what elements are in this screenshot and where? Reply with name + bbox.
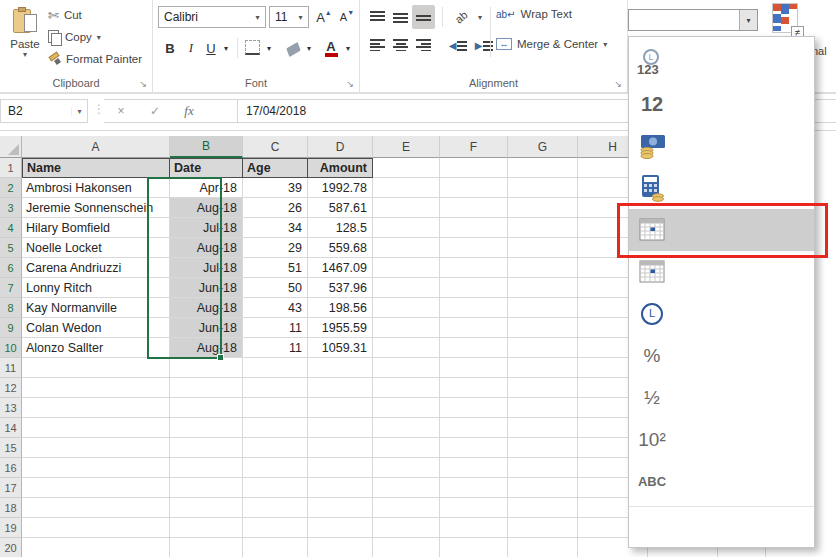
cell[interactable]: Aug-18 (170, 198, 243, 218)
row-header-17[interactable]: 17 (0, 478, 22, 498)
cell[interactable]: Aug-18 (170, 298, 243, 318)
cell[interactable] (508, 518, 578, 538)
column-header-F[interactable]: F (440, 136, 508, 158)
name-box-caret-icon[interactable]: ▾ (71, 107, 87, 116)
cell[interactable]: Kay Normanville (22, 298, 170, 318)
cell[interactable]: 128.5 (308, 218, 373, 238)
cell[interactable] (373, 398, 440, 418)
column-header-G[interactable]: G (508, 136, 578, 158)
cell[interactable] (243, 538, 308, 557)
cell[interactable] (440, 258, 508, 278)
cell[interactable] (170, 518, 243, 538)
cell[interactable]: 43 (243, 298, 308, 318)
cell[interactable] (170, 378, 243, 398)
cell[interactable]: Jun-18 (170, 318, 243, 338)
row-header-16[interactable]: 16 (0, 458, 22, 478)
cell[interactable]: Aug-18 (170, 238, 243, 258)
cell[interactable] (508, 378, 578, 398)
cell[interactable]: 559.68 (308, 238, 373, 258)
cell[interactable]: 198.56 (308, 298, 373, 318)
cell[interactable]: Alonzo Sallter (22, 338, 170, 358)
cut-button[interactable]: ✄ Cut (48, 5, 82, 25)
cell[interactable] (373, 258, 440, 278)
number-format-combo[interactable]: ▾ (628, 9, 758, 31)
cell[interactable] (373, 438, 440, 458)
row-header-1[interactable]: 1 (0, 158, 22, 178)
cell[interactable] (373, 518, 440, 538)
cell[interactable] (508, 498, 578, 518)
cell[interactable] (373, 538, 440, 557)
cell[interactable] (170, 538, 243, 557)
format-option-accounting[interactable] (629, 167, 814, 209)
cell[interactable] (508, 318, 578, 338)
cell[interactable] (22, 458, 170, 478)
cell[interactable] (373, 278, 440, 298)
cell[interactable] (508, 358, 578, 378)
cell[interactable] (508, 258, 578, 278)
cell[interactable] (508, 538, 578, 557)
row-header-4[interactable]: 4 (0, 218, 22, 238)
cell[interactable] (243, 498, 308, 518)
cell[interactable] (243, 398, 308, 418)
column-header-C[interactable]: C (243, 136, 308, 158)
underline-button[interactable]: U (202, 36, 220, 60)
cell[interactable]: 29 (243, 238, 308, 258)
cell[interactable]: Lonny Ritch (22, 278, 170, 298)
cell[interactable] (508, 238, 578, 258)
cell[interactable] (508, 338, 578, 358)
row-header-11[interactable]: 11 (0, 358, 22, 378)
row-header-19[interactable]: 19 (0, 518, 22, 538)
fill-color-caret-icon[interactable]: ▾ (303, 36, 315, 60)
cell[interactable] (440, 338, 508, 358)
cell[interactable] (440, 158, 508, 178)
cell[interactable] (373, 338, 440, 358)
select-all-button[interactable] (0, 136, 22, 158)
cell[interactable] (440, 318, 508, 338)
row-header-8[interactable]: 8 (0, 298, 22, 318)
increase-indent-button[interactable]: ▶ (472, 33, 496, 57)
format-option-percentage[interactable]: % (629, 335, 814, 377)
cell[interactable] (373, 318, 440, 338)
cell[interactable] (373, 358, 440, 378)
borders-caret-icon[interactable]: ▾ (263, 36, 275, 60)
row-header-2[interactable]: 2 (0, 178, 22, 198)
cell[interactable] (22, 418, 170, 438)
cell[interactable]: 1467.09 (308, 258, 373, 278)
enter-button[interactable]: ✓ (138, 104, 172, 118)
cell[interactable] (373, 298, 440, 318)
cell[interactable] (508, 158, 578, 178)
decrease-font-size-button[interactable]: A▼ (337, 7, 357, 27)
merge-center-caret-icon[interactable]: ▾ (603, 40, 607, 49)
format-painter-button[interactable]: Format Painter (48, 49, 142, 69)
cell[interactable]: 1955.59 (308, 318, 373, 338)
cell[interactable] (508, 398, 578, 418)
row-header-10[interactable]: 10 (0, 338, 22, 358)
cell[interactable] (170, 358, 243, 378)
cell[interactable] (440, 298, 508, 318)
cell[interactable]: 537.96 (308, 278, 373, 298)
cell[interactable] (373, 418, 440, 438)
insert-function-button[interactable]: fx (172, 103, 206, 119)
font-dialog-launcher[interactable]: ↘ (346, 80, 354, 89)
cell[interactable]: Carena Andriuzzi (22, 258, 170, 278)
cell[interactable]: Apr-18 (170, 178, 243, 198)
cell[interactable] (22, 478, 170, 498)
cell[interactable] (308, 358, 373, 378)
align-center-button[interactable] (389, 33, 412, 57)
cell[interactable]: 11 (243, 338, 308, 358)
cell[interactable]: 34 (243, 218, 308, 238)
cell[interactable]: Jun-18 (170, 278, 243, 298)
top-align-button[interactable] (366, 5, 389, 29)
cell[interactable] (373, 178, 440, 198)
cell[interactable] (440, 478, 508, 498)
cell[interactable] (440, 378, 508, 398)
wrap-text-button[interactable]: ab↵ Wrap Text (496, 8, 572, 20)
cell[interactable] (440, 438, 508, 458)
borders-button[interactable] (245, 40, 260, 55)
cell[interactable] (22, 498, 170, 518)
cell[interactable]: 11 (243, 318, 308, 338)
cell[interactable] (508, 178, 578, 198)
cell[interactable] (440, 178, 508, 198)
cell[interactable] (508, 438, 578, 458)
cell[interactable] (308, 438, 373, 458)
